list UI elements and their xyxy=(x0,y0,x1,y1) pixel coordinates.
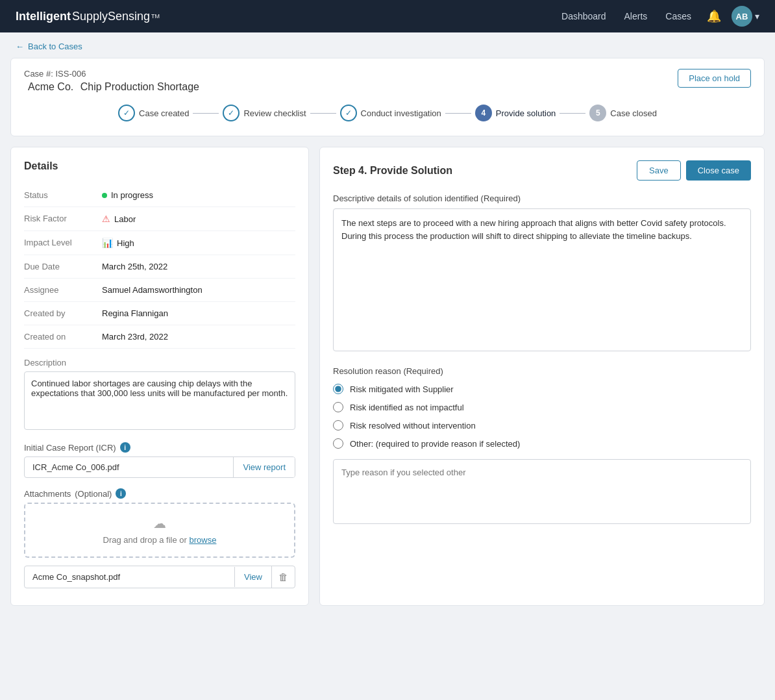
case-number: Case #: ISS-006 xyxy=(24,69,199,79)
progress-steps: ✓ Case created ✓ Review checklist ✓ Cond… xyxy=(24,93,751,125)
detail-row-created-on: Created on March 23rd, 2022 xyxy=(24,325,295,349)
close-case-button[interactable]: Close case xyxy=(686,160,751,181)
radio-label-3: Other: (required to provide reason if se… xyxy=(350,439,520,449)
impact-icon: 📊 xyxy=(102,238,113,248)
icr-info-icon[interactable]: i xyxy=(120,442,130,453)
radio-label-1: Risk identified as not impactful xyxy=(350,403,464,412)
radio-item-0[interactable]: Risk mitigated with Supplier xyxy=(333,384,751,394)
icr-section: Initial Case Report (ICR) i ICR_Acme Co_… xyxy=(24,442,295,478)
solution-textarea[interactable]: The next steps are to proceed with a new… xyxy=(333,208,751,351)
radio-label-0: Risk mitigated with Supplier xyxy=(350,384,454,394)
detail-label-created-on: Created on xyxy=(24,332,102,342)
step-label-review-checklist: Review checklist xyxy=(243,108,306,118)
avatar-wrapper[interactable]: AB ▾ xyxy=(732,6,759,27)
step-icon-provide-solution: 4 xyxy=(475,105,492,121)
browse-link[interactable]: browse xyxy=(190,535,217,545)
risk-text: Labor xyxy=(114,214,136,224)
detail-label-status: Status xyxy=(24,190,102,200)
step-icon-case-closed: 5 xyxy=(589,105,606,121)
detail-value-created-on: March 23rd, 2022 xyxy=(102,332,168,342)
detail-row-created-by: Created by Regina Flannigan xyxy=(24,302,295,325)
attachments-label-text: Attachments xyxy=(24,489,71,499)
radio-input-3[interactable] xyxy=(333,438,343,449)
upload-icon: ☁ xyxy=(37,516,282,531)
step-connector-3 xyxy=(445,113,471,114)
detail-row-assignee: Assignee Samuel Adamsworthington xyxy=(24,279,295,302)
view-report-button[interactable]: View report xyxy=(233,457,295,477)
brand-tm: TM xyxy=(151,13,160,19)
step-label-case-closed: Case closed xyxy=(610,108,657,118)
description-section: Description Continued labor shortages ar… xyxy=(24,358,295,432)
nav-cases[interactable]: Cases xyxy=(665,11,691,21)
nav-alerts[interactable]: Alerts xyxy=(624,11,648,21)
place-on-hold-button[interactable]: Place on hold xyxy=(678,69,751,88)
radio-group: Risk mitigated with Supplier Risk identi… xyxy=(333,384,751,449)
description-textarea[interactable]: Continued labor shortages are causing ch… xyxy=(24,371,295,430)
drop-zone[interactable]: ☁ Drag and drop a file or browse xyxy=(24,503,295,558)
radio-label-2: Risk resolved without intervention xyxy=(350,421,476,431)
solution-field-label: Descriptive details of solution identifi… xyxy=(333,194,751,203)
radio-item-2[interactable]: Risk resolved without intervention xyxy=(333,420,751,431)
case-header: Case #: ISS-006 Acme Co. Chip Production… xyxy=(10,58,765,136)
step-icon-conduct-investigation: ✓ xyxy=(340,105,357,121)
step-case-closed: 5 Case closed xyxy=(589,105,657,121)
details-panel: Details Status In progress Risk Factor ⚠… xyxy=(10,147,309,606)
detail-row-status: Status In progress xyxy=(24,184,295,207)
step-case-created: ✓ Case created xyxy=(118,105,189,121)
icr-label-text: Initial Case Report (ICR) xyxy=(24,443,116,453)
detail-label-impact: Impact Level xyxy=(24,238,102,247)
navbar: IntelligentSupplySensingTM Dashboard Ale… xyxy=(0,0,775,32)
case-num-value: ISS-006 xyxy=(55,69,86,79)
brand-logo: IntelligentSupplySensingTM xyxy=(16,10,160,23)
case-info: Case #: ISS-006 Acme Co. Chip Production… xyxy=(24,69,199,93)
detail-label-due-date: Due Date xyxy=(24,262,102,271)
detail-value-status: In progress xyxy=(102,190,153,200)
radio-input-2[interactable] xyxy=(333,420,343,431)
step-conduct-investigation: ✓ Conduct investigation xyxy=(340,105,441,121)
nav-icons: 🔔 AB ▾ xyxy=(707,6,759,27)
case-company: Acme Co. xyxy=(28,81,73,92)
delete-attachment-button-0[interactable]: 🗑 xyxy=(271,566,295,588)
status-text: In progress xyxy=(111,190,153,200)
radio-item-1[interactable]: Risk identified as not impactful xyxy=(333,402,751,412)
radio-input-0[interactable] xyxy=(333,384,343,394)
back-arrow-icon: ← xyxy=(16,42,24,51)
resolution-label: Resolution reason (Required) xyxy=(333,366,751,376)
bell-icon[interactable]: 🔔 xyxy=(707,9,721,23)
view-attachment-button-0[interactable]: View xyxy=(234,567,271,587)
step4-header: Step 4. Provide Solution Save Close case xyxy=(333,160,751,181)
step-label-provide-solution: Provide solution xyxy=(496,108,556,118)
step-icon-case-created: ✓ xyxy=(118,105,135,121)
back-link-label: Back to Cases xyxy=(28,42,82,51)
save-button[interactable]: Save xyxy=(637,160,681,181)
detail-row-risk: Risk Factor ⚠ Labor xyxy=(24,207,295,231)
back-link[interactable]: ← Back to Cases xyxy=(0,32,775,58)
drop-text: Drag and drop a file or xyxy=(103,535,190,545)
attachments-label: Attachments (Optional) i xyxy=(24,488,295,499)
detail-row-impact: Impact Level 📊 High xyxy=(24,231,295,255)
step4-panel: Step 4. Provide Solution Save Close case… xyxy=(319,147,765,606)
status-dot-icon xyxy=(102,193,107,198)
icr-row: ICR_Acme Co_006.pdf View report xyxy=(24,456,295,478)
avatar-chevron: ▾ xyxy=(755,11,759,21)
radio-input-1[interactable] xyxy=(333,402,343,412)
detail-value-impact: 📊 High xyxy=(102,238,134,248)
attachment-filename-0: Acme Co_snapshot.pdf xyxy=(25,567,234,587)
step-connector-4 xyxy=(560,113,585,114)
attachment-row-0: Acme Co_snapshot.pdf View 🗑 xyxy=(24,566,295,588)
step-provide-solution: 4 Provide solution xyxy=(475,105,556,121)
attachments-info-icon[interactable]: i xyxy=(116,488,126,499)
step4-actions: Save Close case xyxy=(637,160,751,181)
attachments-optional-text: (Optional) xyxy=(75,489,112,499)
other-reason-textarea[interactable] xyxy=(333,459,751,524)
nav-dashboard[interactable]: Dashboard xyxy=(561,11,606,21)
case-header-top: Case #: ISS-006 Acme Co. Chip Production… xyxy=(24,69,751,93)
detail-label-risk: Risk Factor xyxy=(24,214,102,223)
main-content: Details Status In progress Risk Factor ⚠… xyxy=(0,136,775,616)
detail-value-due-date: March 25th, 2022 xyxy=(102,262,167,271)
description-label: Description xyxy=(24,358,102,368)
case-title: Acme Co. Chip Production Shortage xyxy=(24,81,199,93)
detail-value-created-by: Regina Flannigan xyxy=(102,308,168,318)
detail-value-risk: ⚠ Labor xyxy=(102,214,136,224)
radio-item-3[interactable]: Other: (required to provide reason if se… xyxy=(333,438,751,449)
